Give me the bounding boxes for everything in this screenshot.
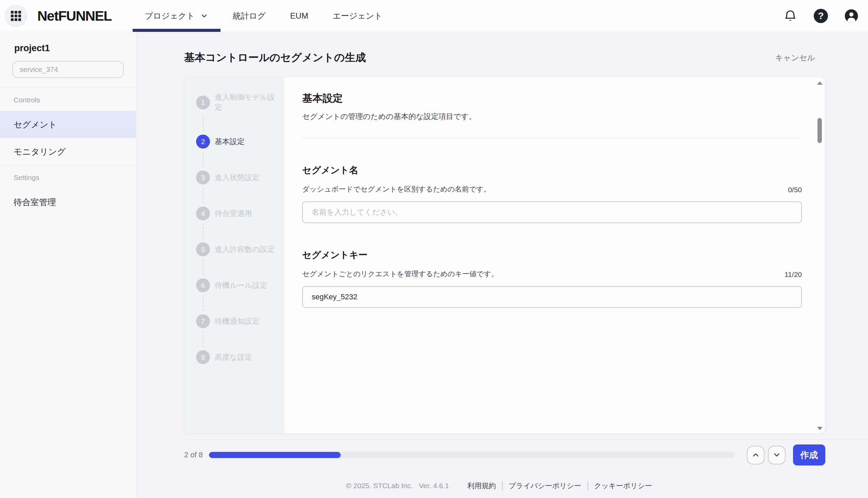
segment-name-counter: 0/50 <box>788 186 802 194</box>
scroll-up-icon[interactable] <box>817 81 822 85</box>
segment-key-label: セグメントキー <box>302 249 802 261</box>
progress-label: 2 of 8 <box>184 450 203 459</box>
form-divider <box>302 138 802 138</box>
sidebar: project1 service_374 Controls セグメント モニタリ… <box>0 32 137 498</box>
wizard-action-bar: 2 of 8 作成 <box>184 444 825 466</box>
segment-key-field: セグメントキー セグメントごとのリクエストを管理するためのキー値です。 11/2… <box>302 249 802 308</box>
segment-name-input[interactable] <box>302 201 802 223</box>
step-connector <box>203 188 285 203</box>
step-6[interactable]: 6 待機ルール設定 <box>196 278 285 292</box>
create-button[interactable]: 作成 <box>793 444 825 466</box>
user-avatar-icon <box>844 9 859 23</box>
wizard-stepper: 1 進入制御モデル設定 2 基本設定 3 進入状態設定 4 待合室適用 5 進入… <box>184 77 285 434</box>
step-1[interactable]: 1 進入制御モデル設定 <box>196 92 285 113</box>
basic-settings-form: 基本設定 セグメントの管理のための基本的な設定項目です。 セグメント名 ダッシュ… <box>285 77 825 434</box>
main-content: 基本コントロールのセグメントの生成 キャンセル 1 進入制御モデル設定 2 基本… <box>137 32 868 498</box>
segment-name-label: セグメント名 <box>302 164 802 176</box>
copyright-text: © 2025. STCLab Inc. <box>346 482 413 490</box>
step-connector <box>203 152 285 167</box>
step-5[interactable]: 5 進入許容数の設定 <box>196 243 285 256</box>
sidebar-item-monitoring[interactable]: モニタリング <box>0 138 136 165</box>
step-up-button[interactable] <box>747 446 765 464</box>
notifications-button[interactable] <box>782 8 798 24</box>
sidebar-item-segment[interactable]: セグメント <box>0 111 136 138</box>
question-mark-icon: ? <box>814 9 828 23</box>
step-connector <box>203 331 285 347</box>
progress-bar <box>209 452 735 458</box>
segment-wizard-card: 1 進入制御モデル設定 2 基本設定 3 進入状態設定 4 待合室適用 5 進入… <box>184 77 825 434</box>
step-connector <box>203 116 285 131</box>
nav-item-eum[interactable]: EUM <box>278 0 320 32</box>
form-heading: 基本設定 <box>302 92 802 105</box>
segment-key-counter: 11/20 <box>785 271 802 279</box>
version-text: Ver. 4.6.1 <box>419 482 449 490</box>
step-7[interactable]: 7 待機通知設定 <box>196 314 285 328</box>
card-scrollbar[interactable] <box>817 77 822 434</box>
form-subheading: セグメントの管理のための基本的な設定項目です。 <box>302 112 802 122</box>
segment-name-description: ダッシュボードでセグメントを区別するための名前です。 <box>302 184 491 194</box>
scroll-down-icon[interactable] <box>817 427 822 430</box>
chevron-down-icon <box>772 450 781 459</box>
step-2[interactable]: 2 基本設定 <box>196 134 285 148</box>
page-title: 基本コントロールのセグメントの生成 <box>184 51 366 65</box>
step-8[interactable]: 8 高度な設定 <box>196 350 285 364</box>
sidebar-section-settings: Settings <box>0 166 136 188</box>
chevron-down-icon <box>200 12 208 20</box>
project-name: project1 <box>14 43 136 54</box>
step-connector <box>203 224 285 239</box>
step-3[interactable]: 3 進入状態設定 <box>196 171 285 184</box>
step-connector <box>203 296 285 311</box>
terms-link[interactable]: 利用規約 <box>461 481 502 490</box>
sidebar-section-controls: Controls <box>0 88 136 111</box>
progress-fill <box>209 452 340 458</box>
segment-key-input[interactable] <box>302 286 802 308</box>
scrollbar-thumb[interactable] <box>817 118 822 143</box>
help-button[interactable]: ? <box>813 8 829 24</box>
nav-item-agent[interactable]: エージェント <box>321 0 395 32</box>
action-bar-divider <box>184 440 868 440</box>
grid-icon <box>11 11 21 21</box>
bell-icon <box>783 9 798 23</box>
step-4[interactable]: 4 待合室適用 <box>196 207 285 220</box>
top-navbar: NetFUNNEL プロジェクト 統計ログ EUM エージェント <box>0 0 868 32</box>
nav-item-projects[interactable]: プロジェクト <box>133 0 220 32</box>
nav-item-statistics-log[interactable]: 統計ログ <box>220 0 278 32</box>
cancel-button[interactable]: キャンセル <box>775 53 815 63</box>
app-launcher-button[interactable] <box>5 5 27 27</box>
account-button[interactable] <box>844 8 859 24</box>
privacy-policy-link[interactable]: プライバシーポリシー <box>502 481 587 490</box>
segment-name-field: セグメント名 ダッシュボードでセグメントを区別するための名前です。 0/50 <box>302 164 802 223</box>
segment-key-description: セグメントごとのリクエストを管理するためのキー値です。 <box>302 269 498 279</box>
main-nav: プロジェクト 統計ログ EUM エージェント <box>133 0 395 32</box>
cookie-policy-link[interactable]: クッキーポリシー <box>587 481 658 490</box>
chevron-up-icon <box>751 450 760 459</box>
sidebar-item-waiting-room[interactable]: 待合室管理 <box>0 188 136 215</box>
page-footer: © 2025. STCLab Inc. Ver. 4.6.1 利用規約 プライバ… <box>137 481 868 490</box>
service-selector[interactable]: service_374 <box>12 61 124 78</box>
netfunnel-logo: NetFUNNEL <box>37 8 112 24</box>
step-down-button[interactable] <box>768 446 786 464</box>
step-connector <box>203 260 285 275</box>
